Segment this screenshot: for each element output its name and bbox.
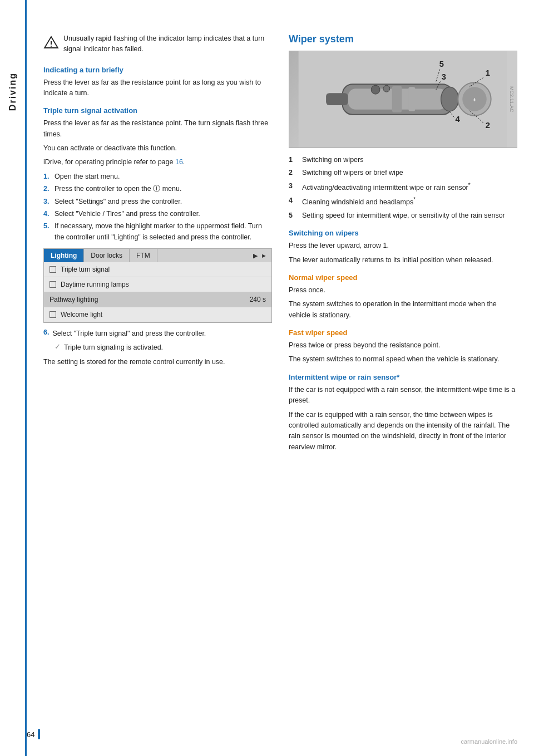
- triple-body1: Press the lever as far as the resistance…: [43, 118, 272, 140]
- menu-tab[interactable]: Lighting: [44, 249, 84, 262]
- wiper-section: Wiper system: [289, 33, 517, 453]
- normal-speed-body2: The system switches to operation in the …: [289, 299, 517, 321]
- step-item: 5.If necessary, move the highlight marke…: [43, 221, 272, 243]
- intermittent-body2: If the car is equipped with a rain senso…: [289, 410, 517, 453]
- img-side-label: MC2.11.AC: [507, 51, 517, 148]
- svg-point-6: [441, 87, 459, 111]
- section-triple: Triple turn signal activation Press the …: [43, 106, 272, 367]
- triple-heading: Triple turn signal activation: [43, 106, 272, 115]
- menu-tab[interactable]: Door locks: [84, 249, 130, 262]
- menu-tabs: LightingDoor locksFTM▶►: [44, 249, 271, 262]
- left-column: Unusually rapid flashing of the indicato…: [43, 33, 272, 734]
- wiper-list-item: 3Activating/deactivating intermittent wi…: [289, 181, 517, 194]
- svg-text:+: +: [473, 96, 476, 103]
- svg-point-14: [383, 85, 390, 92]
- triple-body3: iDrive, for operating principle refer to…: [43, 157, 272, 168]
- page-container: Driving Unusually rapid flashing of the …: [0, 0, 534, 756]
- svg-text:5: 5: [439, 60, 444, 68]
- menu-screenshot: LightingDoor locksFTM▶► Triple turn sign…: [43, 248, 272, 323]
- svg-rect-7: [392, 86, 402, 112]
- step-item: 4.Select "Vehicle / Tires" and press the…: [43, 209, 272, 219]
- asterisk: *: [413, 197, 416, 203]
- setting-stored: The setting is stored for the remote con…: [43, 357, 272, 367]
- wiper-image-box: + 1 2 3 4: [289, 51, 517, 148]
- normal-speed-heading: Normal wiper speed: [289, 273, 517, 282]
- menu-row-item[interactable]: Triple turn signal: [44, 262, 271, 277]
- sidebar: Driving: [0, 0, 27, 756]
- svg-rect-8: [408, 87, 415, 111]
- intermittent-body1: If the car is not equipped with a rain s…: [289, 385, 517, 406]
- idrive-link[interactable]: 16: [175, 158, 183, 166]
- menu-checkbox[interactable]: [50, 266, 56, 273]
- wiper-list-item: 5Setting speed for intermittent wipe, or…: [289, 210, 517, 221]
- triple-body2: You can activate or deactivate this func…: [43, 143, 272, 154]
- svg-rect-9: [326, 93, 348, 105]
- intermittent-heading: Intermittent wipe or rain sensor*: [289, 373, 517, 381]
- watermark: carmanualonline.info: [461, 738, 517, 745]
- menu-row-item: Pathway lighting240 s: [44, 292, 271, 307]
- svg-text:1: 1: [486, 68, 490, 77]
- right-column: Wiper system: [289, 33, 517, 734]
- wiper-list-item: 1Switching on wipers: [289, 155, 517, 165]
- switching-on-body1: Press the lever upward, arrow 1.: [289, 240, 517, 251]
- fast-speed-body1: Press twice or press beyond the resistan…: [289, 340, 517, 351]
- wiper-title: Wiper system: [289, 33, 517, 45]
- asterisk: *: [468, 182, 471, 188]
- step-item: 1.Open the start menu.: [43, 171, 272, 182]
- wiper-list-item: 2Switching off wipers or brief wipe: [289, 168, 517, 178]
- notice-text: Unusually rapid flashing of the indicato…: [63, 33, 272, 55]
- step6-confirm-row: ✓ Triple turn signaling is activated.: [55, 342, 272, 353]
- step6-row: 6. Select "Triple turn signal" and press…: [43, 328, 272, 341]
- page-number: 64: [27, 730, 34, 739]
- svg-text:4: 4: [455, 115, 460, 124]
- step6-text: Select "Triple turn signal" and press th…: [52, 328, 206, 339]
- svg-text:2: 2: [486, 121, 490, 130]
- steps-list: 1.Open the start menu.2.Press the contro…: [43, 171, 272, 243]
- main-content: Unusually rapid flashing of the indicato…: [27, 0, 534, 756]
- normal-speed-body1: Press once.: [289, 285, 517, 296]
- indicating-heading: Indicating a turn briefly: [43, 66, 272, 74]
- switching-on-heading: Switching on wipers: [289, 229, 517, 237]
- menu-tab[interactable]: FTM: [130, 249, 157, 262]
- svg-point-13: [371, 85, 380, 94]
- page-bar: [38, 729, 40, 739]
- switching-on-body2: The lever automatically returns to its i…: [289, 255, 517, 266]
- wiper-image-placeholder: + 1 2 3 4: [289, 51, 517, 148]
- step-item: 2.Press the controller to open the Ⓘ men…: [43, 184, 272, 194]
- checkmark-icon: ✓: [55, 342, 61, 351]
- wiper-list-item: 4Cleaning windshield and headlamps*: [289, 195, 517, 208]
- fast-speed-heading: Fast wiper speed: [289, 328, 517, 337]
- notice-icon: [43, 35, 59, 50]
- menu-checkbox[interactable]: [50, 311, 56, 318]
- sidebar-label: Driving: [8, 72, 18, 111]
- menu-tab-icons: ▶►: [249, 249, 271, 262]
- fast-speed-body2: The system switches to normal speed when…: [289, 354, 517, 365]
- wiper-items-list: 1Switching on wipers2Switching off wiper…: [289, 155, 517, 221]
- menu-rows: Triple turn signalDaytime running lampsP…: [44, 262, 271, 322]
- menu-checkbox[interactable]: [50, 281, 56, 288]
- menu-row-item[interactable]: Daytime running lamps: [44, 277, 271, 292]
- svg-point-2: [51, 46, 52, 47]
- svg-text:3: 3: [442, 72, 446, 81]
- notice-box: Unusually rapid flashing of the indicato…: [43, 33, 272, 55]
- menu-row-item[interactable]: Welcome light: [44, 307, 271, 322]
- section-indicating: Indicating a turn briefly Press the leve…: [43, 66, 272, 99]
- step6-num: 6.: [43, 328, 49, 336]
- step6-confirm: Triple turn signaling is activated.: [64, 342, 163, 353]
- step-item: 3.Select "Settings" and press the contro…: [43, 197, 272, 207]
- page-number-area: 64: [27, 729, 40, 739]
- indicating-body: Press the lever as far as the resistance…: [43, 77, 272, 99]
